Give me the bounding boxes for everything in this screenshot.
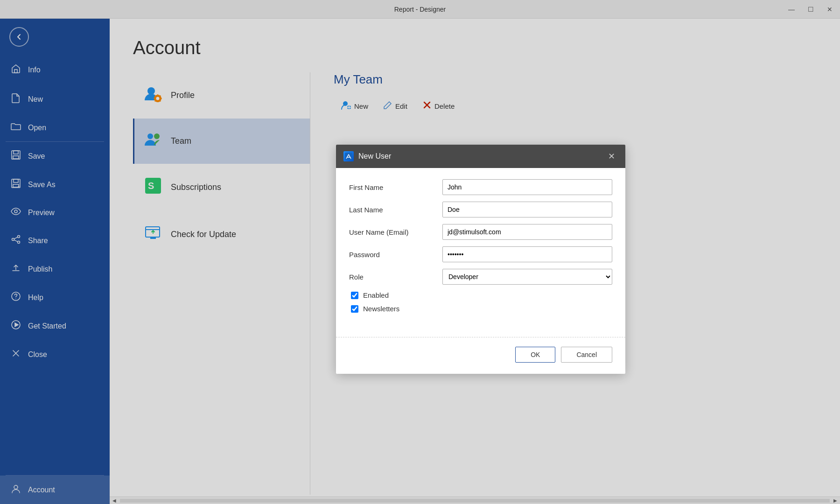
modal-footer: OK Cancel: [336, 347, 625, 374]
first-name-label: First Name: [349, 183, 442, 191]
last-name-label: Last Name: [349, 206, 442, 214]
newsletters-label: Newsletters: [363, 305, 399, 313]
modal-title-text: New User: [358, 152, 391, 161]
modal-title-row: New User: [343, 151, 391, 161]
password-label: Password: [349, 251, 442, 259]
modal-logo-icon: [343, 151, 354, 161]
enabled-label: Enabled: [363, 291, 389, 299]
modal-header: New User ✕: [336, 145, 625, 168]
modal-footer-divider: [336, 337, 625, 337]
enabled-row: Enabled: [349, 291, 612, 299]
last-name-row: Last Name: [349, 202, 612, 217]
last-name-input[interactable]: [442, 202, 612, 217]
first-name-row: First Name: [349, 179, 612, 195]
cancel-button[interactable]: Cancel: [561, 347, 612, 363]
username-row: User Name (Email): [349, 224, 612, 240]
username-input[interactable]: [442, 224, 612, 240]
modal-close-button[interactable]: ✕: [605, 150, 618, 162]
modal-overlay: New User ✕ First Name Last Name User Nam…: [0, 0, 840, 504]
newsletters-checkbox[interactable]: [351, 305, 358, 313]
role-label: Role: [349, 273, 442, 281]
username-label: User Name (Email): [349, 228, 442, 236]
enabled-checkbox[interactable]: [351, 292, 358, 299]
role-row: Role Developer Designer Viewer Admin: [349, 269, 612, 285]
ok-button[interactable]: OK: [515, 347, 555, 363]
modal-body: First Name Last Name User Name (Email) P…: [336, 168, 625, 329]
first-name-input[interactable]: [442, 179, 612, 195]
svg-rect-37: [345, 153, 352, 160]
new-user-modal: New User ✕ First Name Last Name User Nam…: [336, 145, 625, 374]
password-input[interactable]: [442, 246, 612, 262]
password-row: Password: [349, 246, 612, 262]
role-select[interactable]: Developer Designer Viewer Admin: [442, 269, 612, 285]
newsletters-row: Newsletters: [349, 305, 612, 313]
